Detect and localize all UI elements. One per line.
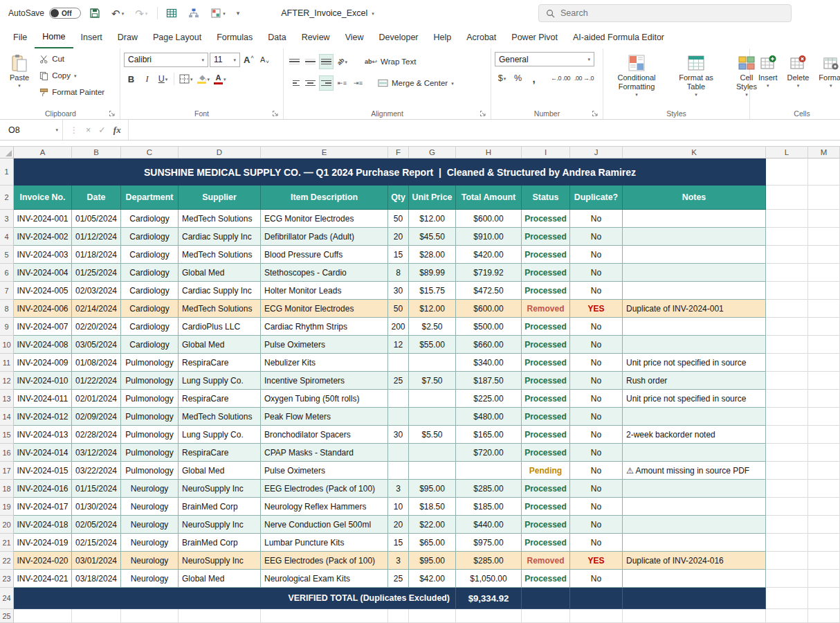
undo-button[interactable]: ↶▾ [109,6,127,21]
cell-F25[interactable] [388,609,409,623]
cell-H5[interactable]: $420.00 [456,246,522,264]
cell-H8[interactable]: $600.00 [456,300,522,318]
cell-B14[interactable]: 02/09/2024 [72,408,121,426]
cell-F3[interactable]: 50 [388,210,409,228]
cell-K25[interactable] [623,609,766,623]
cell-A16[interactable]: INV-2024-014 [14,444,72,462]
tab-ai-aided-formula-editor[interactable]: AI-aided Formula Editor [565,26,672,48]
cell-A6[interactable]: INV-2024-004 [14,264,72,282]
increase-font-size-button[interactable]: A˄ [241,52,256,67]
tab-acrobat[interactable]: Acrobat [459,26,504,48]
cell-B18[interactable]: 01/15/2024 [72,480,121,498]
cell-G12[interactable]: $7.50 [409,372,456,390]
cell-K24[interactable] [623,588,766,609]
cell-H18[interactable]: $285.00 [456,480,522,498]
cell-L2[interactable] [766,186,808,210]
search-input[interactable] [560,8,784,18]
cell-H11[interactable]: $340.00 [456,354,522,372]
column-header-H[interactable]: H [456,147,522,158]
cell-C18[interactable]: Neurology [121,480,179,498]
cell-K10[interactable] [623,336,766,354]
cell-B21[interactable]: 02/15/2024 [72,534,121,552]
cell-C6[interactable]: Cardiology [121,264,179,282]
cell-A18[interactable]: INV-2024-016 [14,480,72,498]
cell-B17[interactable]: 03/22/2024 [72,462,121,480]
cell-K7[interactable] [623,282,766,300]
cell-C8[interactable]: Cardiology [121,300,179,318]
paste-button[interactable]: Paste ▾ [5,51,34,89]
format-painter-button[interactable]: Format Painter [37,84,107,100]
cell-H14[interactable]: $480.00 [456,408,522,426]
cell-J9[interactable]: No [570,318,623,336]
cell-A4[interactable]: INV-2024-002 [14,228,72,246]
cell-D10[interactable]: Global Med [179,336,261,354]
cell-C23[interactable]: Neurology [121,570,179,588]
cell-D18[interactable]: NeuroSupply Inc [179,480,261,498]
column-header-L[interactable]: L [766,147,808,158]
cell-J20[interactable]: No [570,516,623,534]
cell-M20[interactable] [808,516,840,534]
table-header-date[interactable]: Date [72,186,121,210]
cell-K12[interactable]: Rush order [623,372,766,390]
row-header-19[interactable]: 19 [0,498,14,516]
cell-C16[interactable]: Pulmonology [121,444,179,462]
column-header-F[interactable]: F [388,147,409,158]
cell-L16[interactable] [766,444,808,462]
cell-F7[interactable]: 30 [388,282,409,300]
bottom-align-button[interactable] [319,54,334,69]
font-name-combobox[interactable]: Calibri ▾ [124,53,208,67]
cell-I8[interactable]: Removed [522,300,570,318]
cell-K18[interactable] [623,480,766,498]
save-button[interactable] [86,6,103,21]
table-header-qty[interactable]: Qty [388,186,409,210]
cell-G13[interactable] [409,390,456,408]
fill-color-button[interactable]: ▾ [196,71,212,87]
resize-handle-icon[interactable]: ⋮ [70,125,78,135]
cell-C17[interactable]: Pulmonology [121,462,179,480]
row-header-23[interactable]: 23 [0,570,14,588]
cell-E17[interactable]: Pulse Oximeters [261,462,388,480]
cell-C13[interactable]: Pulmonology [121,390,179,408]
cell-B10[interactable]: 03/05/2024 [72,336,121,354]
cell-L20[interactable] [766,516,808,534]
cell-G11[interactable] [409,354,456,372]
decrease-indent-button[interactable]: ⇤≡ [335,75,349,91]
font-dialog-launcher[interactable] [272,110,279,117]
cell-H13[interactable]: $225.00 [456,390,522,408]
cell-J3[interactable]: No [570,210,623,228]
row-header-9[interactable]: 9 [0,318,14,336]
cell-K5[interactable] [623,246,766,264]
row-header-3[interactable]: 3 [0,210,14,228]
cell-J12[interactable]: No [570,372,623,390]
row-header-1[interactable]: 1 [0,159,14,186]
insert-cells-button[interactable]: Insert ▾ [754,51,783,89]
cell-F12[interactable]: 25 [388,372,409,390]
tab-power-pivot[interactable]: Power Pivot [504,26,565,48]
column-header-B[interactable]: B [72,147,121,158]
cell-M23[interactable] [808,570,840,588]
tab-help[interactable]: Help [426,26,459,48]
cell-I20[interactable]: Processed [522,516,570,534]
cell-C5[interactable]: Cardiology [121,246,179,264]
tab-insert[interactable]: Insert [73,26,110,48]
cell-J25[interactable] [570,609,623,623]
cell-F5[interactable]: 15 [388,246,409,264]
merge-center-button[interactable]: Merge & Center ▾ [375,75,457,91]
cell-E13[interactable]: Oxygen Tubing (50ft rolls) [261,390,388,408]
cell-J17[interactable]: No [570,462,623,480]
align-center-button[interactable] [303,75,318,91]
cell-G4[interactable]: $45.50 [409,228,456,246]
cell-I19[interactable]: Processed [522,498,570,516]
cell-L24[interactable] [766,588,808,609]
cell-D16[interactable]: RespiraCare [179,444,261,462]
tab-draw[interactable]: Draw [110,26,145,48]
cell-E14[interactable]: Peak Flow Meters [261,408,388,426]
cell-I6[interactable]: Processed [522,264,570,282]
cell-M6[interactable] [808,264,840,282]
column-header-A[interactable]: A [14,147,72,158]
cell-B7[interactable]: 02/03/2024 [72,282,121,300]
cell-L15[interactable] [766,426,808,444]
row-header-18[interactable]: 18 [0,480,14,498]
cell-E23[interactable]: Neurological Exam Kits [261,570,388,588]
number-format-combobox[interactable]: General ▾ [495,52,594,66]
